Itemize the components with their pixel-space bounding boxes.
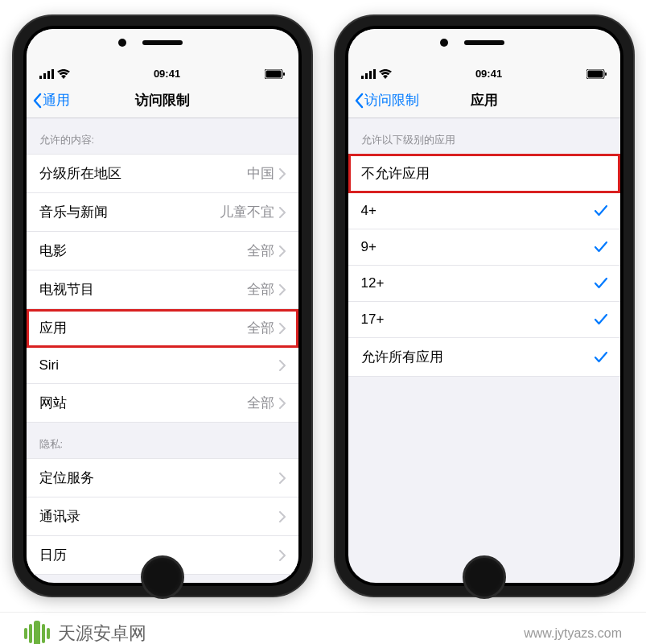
cell-label: 应用 bbox=[39, 319, 67, 337]
svg-rect-7 bbox=[361, 76, 364, 79]
cell-detail: 全部 bbox=[247, 242, 286, 260]
chevron-left-icon bbox=[353, 93, 364, 109]
section-header: 允许以下级别的应用 bbox=[348, 118, 620, 154]
status-time: 09:41 bbox=[154, 68, 180, 80]
speaker bbox=[142, 40, 183, 45]
svg-rect-15 bbox=[29, 624, 32, 643]
chevron-right-icon bbox=[279, 207, 286, 218]
svg-rect-9 bbox=[369, 71, 372, 79]
cell-label: 分级所在地区 bbox=[39, 164, 121, 183]
chevron-right-icon bbox=[279, 398, 286, 409]
cell-label: 音乐与新闻 bbox=[39, 203, 108, 221]
settings-cell[interactable]: 电视节目全部 bbox=[27, 270, 298, 309]
settings-cell[interactable]: Siri bbox=[27, 348, 298, 384]
chevron-right-icon bbox=[279, 168, 286, 180]
content-area: 允许的内容: 分级所在地区中国音乐与新闻儿童不宜电影全部电视节目全部应用全部Si… bbox=[27, 118, 298, 576]
svg-rect-8 bbox=[365, 73, 368, 79]
signal-icon bbox=[39, 69, 54, 79]
status-bar: 09:41 bbox=[348, 29, 620, 85]
brand-name: 天源安卓网 bbox=[58, 621, 146, 644]
svg-rect-5 bbox=[265, 70, 281, 77]
cell-label: 9+ bbox=[361, 239, 376, 255]
cell-label: 日历 bbox=[39, 546, 67, 564]
back-label: 通用 bbox=[43, 91, 70, 109]
settings-cell[interactable]: 音乐与新闻儿童不宜 bbox=[27, 193, 298, 232]
svg-rect-17 bbox=[42, 624, 45, 643]
svg-rect-10 bbox=[373, 69, 376, 79]
svg-rect-12 bbox=[587, 70, 603, 77]
option-cell[interactable]: 4+ bbox=[348, 193, 620, 229]
brand-logo-icon bbox=[24, 621, 50, 644]
cell-label: 不允许应用 bbox=[361, 164, 430, 183]
checkmark-icon bbox=[595, 352, 607, 363]
cell-detail bbox=[279, 360, 286, 371]
cell-label: 定位服务 bbox=[39, 469, 94, 487]
back-label: 访问限制 bbox=[364, 91, 419, 109]
battery-icon bbox=[586, 69, 607, 79]
wifi-icon bbox=[57, 69, 70, 79]
svg-rect-16 bbox=[34, 621, 40, 644]
wifi-icon bbox=[379, 69, 392, 79]
settings-cell[interactable]: 通讯录 bbox=[27, 497, 298, 536]
content-area: 允许以下级别的应用 不允许应用4+9+12+17+允许所有应用 bbox=[348, 118, 620, 576]
back-button[interactable]: 通用 bbox=[31, 91, 70, 109]
chevron-right-icon bbox=[279, 360, 286, 371]
cell-label: 17+ bbox=[361, 312, 385, 328]
chevron-right-icon bbox=[279, 550, 286, 561]
chevron-right-icon bbox=[279, 246, 286, 257]
checkmark-icon bbox=[595, 314, 607, 325]
option-cell[interactable]: 允许所有应用 bbox=[348, 338, 620, 377]
svg-rect-2 bbox=[47, 71, 50, 79]
checkmark-icon bbox=[595, 242, 607, 253]
cell-label: 允许所有应用 bbox=[361, 348, 443, 366]
option-cell[interactable]: 9+ bbox=[348, 229, 620, 266]
battery-icon bbox=[265, 69, 286, 79]
phone-left: 09:41 通用 访问限制 允许的内容: 分级所 bbox=[14, 16, 311, 596]
front-camera bbox=[118, 39, 126, 47]
option-cell[interactable]: 17+ bbox=[348, 302, 620, 338]
svg-rect-6 bbox=[283, 72, 285, 76]
page-title: 应用 bbox=[471, 91, 498, 109]
back-button[interactable]: 访问限制 bbox=[353, 91, 419, 109]
chevron-left-icon bbox=[31, 93, 43, 109]
nav-bar: 访问限制 应用 bbox=[348, 85, 620, 118]
cell-label: 网站 bbox=[39, 394, 67, 412]
cell-label: 4+ bbox=[361, 203, 376, 219]
option-cell[interactable]: 12+ bbox=[348, 266, 620, 302]
cell-label: 12+ bbox=[361, 275, 385, 291]
svg-rect-18 bbox=[47, 628, 50, 639]
phone-right: 09:41 访问限制 应用 允许以下级别的应用 bbox=[335, 16, 633, 596]
cell-label: 电影 bbox=[39, 242, 67, 260]
settings-cell[interactable]: 电影全部 bbox=[27, 232, 298, 270]
chevron-right-icon bbox=[279, 323, 286, 334]
brand-url: www.jytyazs.com bbox=[524, 626, 622, 641]
chevron-right-icon bbox=[279, 473, 286, 484]
settings-cell[interactable]: 应用全部 bbox=[27, 309, 298, 348]
option-cell[interactable]: 不允许应用 bbox=[348, 154, 620, 193]
settings-cell[interactable]: 分级所在地区中国 bbox=[27, 154, 298, 193]
front-camera bbox=[440, 39, 448, 47]
cell-detail: 全部 bbox=[247, 280, 286, 299]
svg-rect-3 bbox=[51, 69, 54, 79]
home-button[interactable] bbox=[141, 555, 184, 599]
chevron-right-icon bbox=[279, 511, 286, 522]
svg-rect-1 bbox=[43, 73, 46, 79]
status-time: 09:41 bbox=[475, 68, 502, 80]
cell-detail: 全部 bbox=[247, 394, 286, 412]
svg-rect-0 bbox=[39, 76, 42, 79]
cell-label: 电视节目 bbox=[39, 280, 94, 299]
cell-detail: 儿童不宜 bbox=[220, 203, 286, 221]
svg-rect-13 bbox=[605, 72, 607, 76]
settings-cell[interactable]: 定位服务 bbox=[27, 458, 298, 497]
cell-detail: 全部 bbox=[247, 319, 286, 337]
checkmark-icon bbox=[595, 205, 607, 217]
cell-detail bbox=[279, 511, 286, 522]
home-button[interactable] bbox=[463, 555, 506, 599]
speaker bbox=[464, 40, 504, 45]
status-bar: 09:41 bbox=[27, 29, 298, 85]
svg-rect-14 bbox=[24, 628, 27, 639]
settings-cell[interactable]: 网站全部 bbox=[27, 384, 298, 423]
checkmark-icon bbox=[595, 278, 607, 289]
signal-icon bbox=[361, 69, 376, 79]
section-header: 允许的内容: bbox=[27, 118, 298, 154]
